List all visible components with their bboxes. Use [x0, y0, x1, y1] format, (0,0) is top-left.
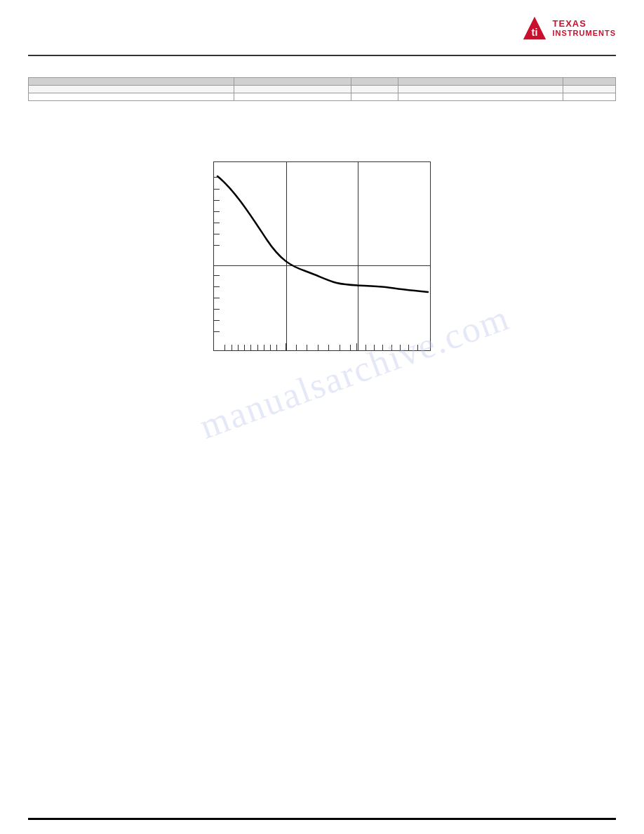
cell-1-3 — [351, 86, 398, 93]
cell-1-2 — [234, 86, 351, 93]
instruments-label: INSTRUMENTS — [553, 29, 616, 37]
cell-2-2 — [234, 93, 351, 101]
chart-curve — [214, 162, 431, 352]
cell-1-1 — [29, 86, 234, 93]
table-header-row — [29, 78, 616, 86]
texas-label: TEXAS — [553, 19, 616, 29]
chart-section — [213, 161, 431, 351]
page-header: ti TEXAS INSTRUMENTS — [0, 0, 644, 56]
cell-2-3 — [351, 93, 398, 101]
cell-1-4 — [398, 86, 563, 93]
data-table-section — [28, 77, 616, 101]
bottom-divider — [28, 818, 616, 820]
cell-2-1 — [29, 93, 234, 101]
data-table — [28, 77, 616, 101]
col-header-5 — [563, 78, 615, 86]
col-header-2 — [234, 78, 351, 86]
cell-2-4 — [398, 93, 563, 101]
cell-2-5 — [563, 93, 615, 101]
chart-container — [213, 161, 431, 351]
top-divider — [28, 55, 616, 56]
ti-logo-icon: ti — [522, 15, 547, 41]
table-row — [29, 86, 616, 93]
table-row — [29, 93, 616, 101]
cell-1-5 — [563, 86, 615, 93]
col-header-1 — [29, 78, 234, 86]
col-header-4 — [398, 78, 563, 86]
ti-logo-text: TEXAS INSTRUMENTS — [553, 19, 616, 37]
col-header-3 — [351, 78, 398, 86]
ti-logo: ti TEXAS INSTRUMENTS — [522, 15, 616, 41]
svg-text:ti: ti — [531, 27, 537, 38]
